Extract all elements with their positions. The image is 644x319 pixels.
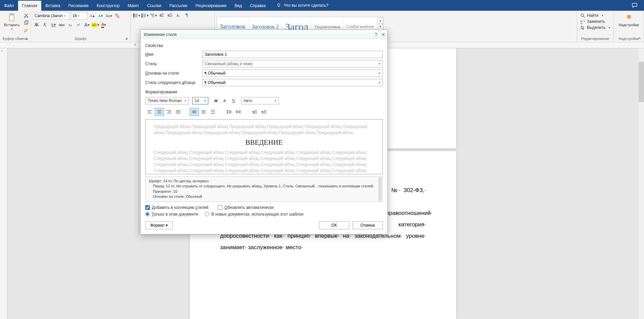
bullets-button[interactable]: ▾: [133, 12, 140, 19]
ruler-mark: 3: [134, 43, 136, 46]
font-launcher[interactable]: ◢: [125, 37, 130, 41]
tab-help[interactable]: Справка: [246, 1, 270, 11]
collapse-ribbon-button[interactable]: [636, 35, 643, 41]
decrease-indent-button[interactable]: [158, 12, 165, 19]
space-before-dec-button[interactable]: [234, 108, 243, 116]
fmt-font-value: Times New Roman: [148, 98, 182, 103]
tab-file[interactable]: Файл: [0, 1, 18, 11]
preview-next-text: Следующий абзац Следующий абзац Следующи…: [154, 149, 374, 174]
format-btn-label: Формат: [150, 223, 165, 228]
new-docs-radio[interactable]: В новых документах, использующих этот ша…: [205, 212, 304, 217]
select-button[interactable]: Выделить▾: [579, 25, 611, 30]
scroll-thumb[interactable]: [639, 62, 644, 102]
vertical-ruler[interactable]: ⌐: [0, 48, 7, 319]
based-on-select[interactable]: ¶Обычный▾: [202, 70, 383, 77]
subscript-button[interactable]: x₂: [66, 21, 74, 28]
strikethrough-button[interactable]: abc: [58, 21, 65, 28]
highlight-button[interactable]: ab▾: [92, 21, 99, 28]
align-left-button[interactable]: [145, 108, 155, 116]
desc-scrollbar[interactable]: [378, 177, 382, 201]
clipboard-launcher[interactable]: ◢: [25, 37, 30, 41]
cut-button[interactable]: [22, 12, 30, 19]
multilevel-button[interactable]: ▾: [150, 12, 157, 19]
svg-text:ac: ac: [580, 22, 582, 24]
shrink-font-button[interactable]: A▾: [97, 12, 104, 19]
style-type-select: Связанный (абзац и знак)▾: [202, 60, 383, 67]
space-before-inc-button[interactable]: [224, 108, 234, 116]
fmt-size-combo[interactable]: 14▾: [192, 97, 208, 104]
bullets-icon: [133, 13, 138, 18]
tab-layout[interactable]: Макет: [124, 1, 143, 11]
tab-references[interactable]: Ссылки: [143, 1, 165, 11]
only-this-doc-radio[interactable]: Только в этом документе: [145, 212, 198, 217]
indent-inc-button[interactable]: [259, 108, 269, 116]
field-type-label: Стиль:: [145, 61, 202, 66]
align-right-button[interactable]: [164, 108, 173, 116]
tab-design[interactable]: Конструктор: [93, 1, 123, 11]
fmt-underline-button[interactable]: Ч: [229, 97, 238, 104]
comments-icon[interactable]: [628, 0, 641, 11]
superscript-button[interactable]: x²: [75, 21, 82, 28]
tell-me-search[interactable]: Что вы хотите сделать?: [276, 3, 328, 8]
underline-button[interactable]: Ч▾: [50, 21, 57, 28]
italic-button[interactable]: К: [41, 21, 49, 28]
scissors-icon: [23, 13, 29, 18]
sort-button[interactable]: А↓: [175, 12, 182, 19]
fmt-color-combo[interactable]: Авто▾: [241, 97, 279, 104]
style-preview: Предыдущий абзац Предыдущий абзац Предыд…: [145, 119, 383, 174]
cancel-button[interactable]: Отмена: [353, 221, 383, 229]
brush-icon: [23, 28, 29, 33]
bold-button[interactable]: Ж: [33, 21, 40, 28]
spacing-2-button[interactable]: [208, 108, 218, 116]
numbering-icon: 123: [141, 13, 147, 18]
next-paragraph-select[interactable]: ¶Обычный▾: [202, 79, 383, 86]
style-name-input[interactable]: [202, 51, 383, 58]
auto-update-checkbox[interactable]: Обновлять автоматически: [218, 205, 274, 210]
show-marks-button[interactable]: ¶: [183, 12, 191, 19]
menubar: Файл Главная Вставка Рисование Конструкт…: [0, 0, 644, 11]
spacing-15-button[interactable]: [199, 108, 208, 116]
font-size-combo[interactable]: 16▾: [71, 12, 88, 19]
dialog-titlebar[interactable]: Изменение стиля ? ✕: [141, 30, 387, 39]
align-justify-button[interactable]: [173, 108, 183, 116]
fmt-italic-button[interactable]: К: [220, 97, 229, 104]
font-color-button[interactable]: A▾: [100, 21, 107, 28]
dialog-help-button[interactable]: ?: [375, 32, 377, 37]
align-center-button[interactable]: [155, 108, 164, 116]
svg-point-29: [581, 14, 584, 16]
tab-home[interactable]: Главная: [18, 1, 42, 11]
tab-insert[interactable]: Вставка: [41, 1, 64, 11]
format-painter-button[interactable]: [22, 27, 30, 34]
tab-mailings[interactable]: Рассылки: [165, 1, 192, 11]
numbering-button[interactable]: 123▾: [141, 12, 149, 19]
text-effects-button[interactable]: A▾: [83, 21, 91, 28]
dialog-close-button[interactable]: ✕: [381, 32, 385, 37]
font-name-combo[interactable]: Cambria (Загол▾: [33, 12, 70, 19]
ok-button[interactable]: ОК: [319, 221, 349, 229]
addins-button[interactable]: Надстройки: [616, 12, 642, 28]
group-editing: Найти▾ abac Заменить Выделить▾ Редактиро…: [577, 11, 614, 42]
change-case-button[interactable]: Aa▾: [105, 12, 113, 19]
tab-view[interactable]: Вид: [230, 1, 246, 11]
spacing-1-button[interactable]: [190, 108, 199, 116]
spacing-tight-icon: [191, 109, 197, 114]
indent-dec-button[interactable]: [250, 108, 259, 116]
copy-button[interactable]: [22, 19, 30, 26]
increase-indent-button[interactable]: [166, 12, 174, 19]
preview-heading-text: ВВЕДЕНИЕ: [154, 138, 374, 147]
find-button[interactable]: Найти▾: [579, 13, 611, 18]
grow-font-button[interactable]: A▴: [89, 12, 96, 19]
format-dropdown-button[interactable]: Формат ▾: [145, 221, 173, 229]
next-value: Обычный: [208, 80, 225, 85]
vertical-scrollbar[interactable]: [639, 48, 644, 319]
add-to-gallery-checkbox[interactable]: Добавить в коллекцию стилей: [145, 205, 208, 210]
fmt-bold-button[interactable]: Ж: [212, 97, 220, 104]
tab-draw[interactable]: Рисование: [64, 1, 93, 11]
font-name-value: Cambria (Загол: [35, 13, 63, 18]
svg-point-8: [133, 14, 135, 15]
clear-formatting-button[interactable]: [114, 12, 121, 19]
tab-review[interactable]: Рецензирование: [192, 1, 231, 11]
replace-button[interactable]: abac Заменить: [579, 19, 611, 24]
fmt-font-combo[interactable]: Times New Roman▾: [145, 97, 189, 104]
paste-button[interactable]: Вставить ▾: [2, 12, 22, 37]
